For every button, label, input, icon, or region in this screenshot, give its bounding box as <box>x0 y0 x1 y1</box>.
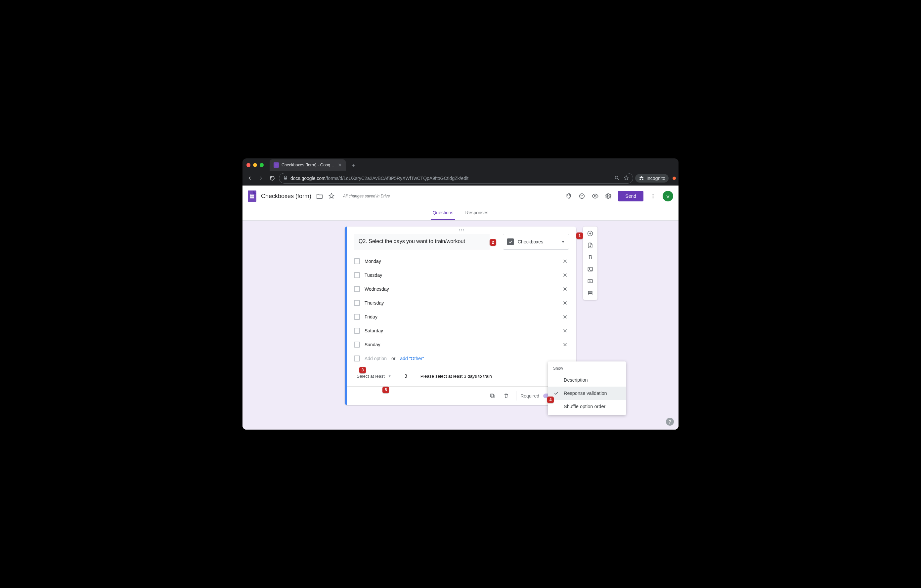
send-button[interactable]: Send <box>618 191 643 201</box>
check-icon <box>553 391 559 396</box>
add-section-button[interactable] <box>585 288 595 298</box>
svg-point-19 <box>463 231 464 231</box>
svg-point-4 <box>615 176 618 179</box>
new-tab-button[interactable]: ＋ <box>346 161 361 169</box>
window-controls <box>246 163 264 167</box>
annotation-badge-2: 2 <box>490 239 496 246</box>
option-label[interactable]: Sunday <box>364 342 557 347</box>
move-to-folder-button[interactable] <box>316 192 323 200</box>
add-other-button[interactable]: add "Other" <box>400 356 424 361</box>
more-menu-button[interactable] <box>649 192 657 200</box>
menu-item[interactable]: Shuffle option order <box>548 400 626 413</box>
star-button[interactable] <box>328 192 335 200</box>
addons-button[interactable] <box>565 192 572 200</box>
option-label[interactable]: Saturday <box>364 328 557 333</box>
question-type-select[interactable]: Checkboxes ▼ <box>503 234 569 250</box>
menu-item[interactable]: Response validation <box>548 387 626 400</box>
tab-responses[interactable]: Responses <box>464 207 490 220</box>
svg-rect-30 <box>588 294 592 295</box>
svg-point-27 <box>589 268 590 269</box>
checkbox-icon <box>354 314 360 320</box>
settings-button[interactable] <box>605 192 612 200</box>
remove-option-button[interactable] <box>561 327 569 335</box>
app-header: Checkboxes (form) All changes saved in D… <box>242 185 679 207</box>
option-label[interactable]: Thursday <box>364 300 557 305</box>
window-maximize-button[interactable] <box>260 163 264 167</box>
option-row[interactable]: Sunday <box>354 338 569 352</box>
incognito-badge: Incognito <box>635 174 669 182</box>
question-card[interactable]: Checkboxes ▼ MondayTuesdayWednesdayThurs… <box>345 227 576 405</box>
validation-error-input[interactable] <box>420 372 568 380</box>
remove-option-button[interactable] <box>561 271 569 279</box>
browser-chrome: Checkboxes (form) - Google Fo ✕ ＋ docs.g… <box>242 158 679 185</box>
delete-button[interactable] <box>500 390 512 402</box>
validation-rule-label: Select at least <box>356 374 385 378</box>
annotation-badge-1: 1 <box>576 232 583 239</box>
side-toolbar <box>583 227 597 300</box>
window-close-button[interactable] <box>246 163 251 167</box>
remove-option-button[interactable] <box>561 313 569 321</box>
option-label[interactable]: Wednesday <box>364 286 557 292</box>
document-title[interactable]: Checkboxes (form) <box>261 193 311 200</box>
option-label[interactable]: Tuesday <box>364 273 557 278</box>
option-row[interactable]: Monday <box>354 254 569 268</box>
svg-point-7 <box>583 195 583 196</box>
save-status: All changes saved in Drive <box>343 194 390 198</box>
address-bar[interactable]: docs.google.com/forms/d/1qUXsryC2a2AvBCA… <box>279 173 633 184</box>
search-icon[interactable] <box>614 175 620 182</box>
duplicate-button[interactable] <box>486 390 498 402</box>
form-tabs: Questions Responses <box>242 207 679 221</box>
add-video-button[interactable] <box>585 276 595 286</box>
forms-logo-icon[interactable] <box>248 190 256 202</box>
drag-handle-icon[interactable] <box>347 227 576 232</box>
option-label[interactable]: Monday <box>364 258 557 264</box>
validation-number-input[interactable] <box>399 372 413 380</box>
add-or-label: or <box>391 356 395 361</box>
help-button[interactable]: ? <box>666 418 674 426</box>
checkbox-icon <box>354 356 360 361</box>
window-minimize-button[interactable] <box>253 163 257 167</box>
nav-back-button[interactable] <box>245 174 254 183</box>
options-list: MondayTuesdayWednesdayThursdayFridaySatu… <box>347 252 576 352</box>
extension-indicator-icon[interactable] <box>672 177 676 180</box>
option-row[interactable]: Thursday <box>354 296 569 310</box>
response-validation-row: Select at least ▼ <box>347 367 576 386</box>
preview-button[interactable] <box>592 192 599 200</box>
tab-questions[interactable]: Questions <box>431 207 454 220</box>
remove-option-button[interactable] <box>561 285 569 293</box>
add-question-button[interactable] <box>585 229 595 239</box>
option-row[interactable]: Wednesday <box>354 282 569 296</box>
chevron-down-icon: ▼ <box>388 374 391 378</box>
add-option-button[interactable]: Add option <box>364 356 387 361</box>
svg-rect-0 <box>275 164 278 164</box>
account-avatar[interactable]: V <box>662 191 673 201</box>
tab-title: Checkboxes (form) - Google Fo <box>282 163 335 167</box>
remove-option-button[interactable] <box>561 299 569 307</box>
menu-item-label: Response validation <box>564 391 607 396</box>
question-options-menu: Show DescriptionResponse validationShuff… <box>548 361 626 415</box>
option-label[interactable]: Friday <box>364 314 557 320</box>
question-title-input[interactable] <box>354 234 490 249</box>
theme-button[interactable] <box>578 192 586 200</box>
remove-option-button[interactable] <box>561 341 569 349</box>
nav-forward-button[interactable] <box>256 174 266 183</box>
add-title-button[interactable] <box>585 252 595 262</box>
option-row[interactable]: Friday <box>354 310 569 324</box>
menu-item[interactable]: Description <box>548 374 626 387</box>
option-row[interactable]: Tuesday <box>354 268 569 282</box>
separator <box>516 391 516 401</box>
incognito-label: Incognito <box>646 175 665 181</box>
question-type-label: Checkboxes <box>518 239 557 244</box>
nav-reload-button[interactable] <box>268 174 277 183</box>
annotation-badge-4: 4 <box>547 396 554 403</box>
svg-rect-2 <box>275 166 278 166</box>
tab-close-button[interactable]: ✕ <box>338 162 342 168</box>
svg-point-5 <box>579 194 584 199</box>
remove-option-button[interactable] <box>561 257 569 265</box>
option-row[interactable]: Saturday <box>354 324 569 338</box>
browser-tab[interactable]: Checkboxes (form) - Google Fo ✕ <box>270 159 346 171</box>
import-questions-button[interactable] <box>585 240 595 250</box>
validation-rule-select[interactable]: Select at least ▼ <box>356 374 391 378</box>
add-image-button[interactable] <box>585 264 595 274</box>
bookmark-star-icon[interactable] <box>623 175 629 182</box>
